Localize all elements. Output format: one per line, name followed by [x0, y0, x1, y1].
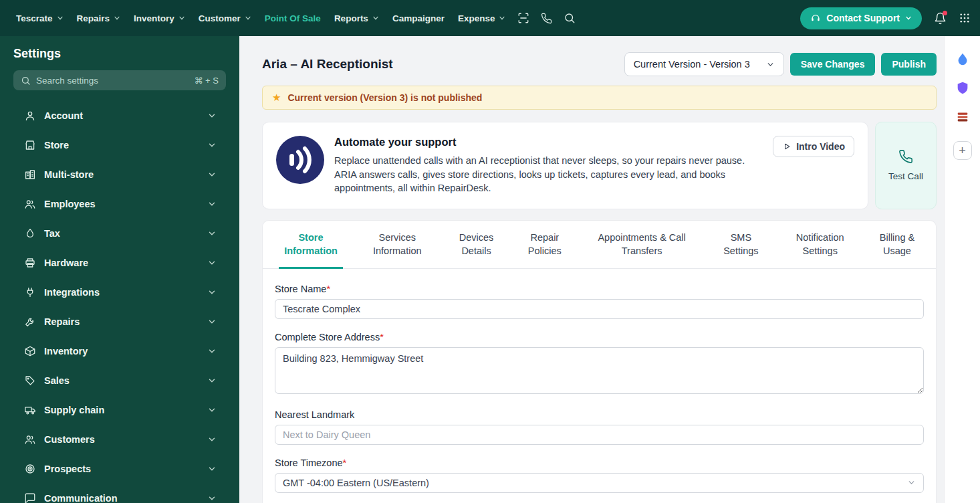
- settings-search-box[interactable]: ⌘ + S: [13, 70, 226, 90]
- sidebar-item-sales[interactable]: Sales: [0, 366, 239, 395]
- version-dropdown-value: Current Version - Version 3: [634, 59, 750, 70]
- communication-icon: [24, 492, 36, 503]
- employees-icon: [24, 198, 36, 210]
- test-call-button[interactable]: Test Call: [875, 122, 937, 209]
- test-call-phone-icon: [898, 149, 913, 164]
- nav-item-campaigner[interactable]: Campaigner: [386, 0, 451, 36]
- store-timezone-label: Store Timezone*: [275, 458, 924, 468]
- red-bars-extension-icon[interactable]: [955, 110, 970, 124]
- apps-grid-button[interactable]: [959, 12, 971, 24]
- add-button[interactable]: +: [953, 141, 972, 160]
- prospects-icon: [24, 463, 36, 475]
- browser-extension-strip: +: [944, 36, 980, 503]
- caret-down-icon: [245, 15, 251, 21]
- nav-item-label: Expense: [458, 13, 495, 23]
- sidebar-item-prospects[interactable]: Prospects: [0, 454, 239, 484]
- sidebar-item-label: Customers: [44, 434, 95, 445]
- sidebar-item-integrations[interactable]: Integrations: [0, 278, 239, 307]
- sidebar-item-communication[interactable]: Communication: [0, 484, 239, 503]
- blue-drop-extension-icon[interactable]: [955, 52, 970, 67]
- sidebar-item-employees[interactable]: Employees: [0, 189, 239, 219]
- sidebar-item-multi-store[interactable]: Multi-store: [0, 160, 239, 189]
- nav-item-label: Customer: [199, 13, 241, 23]
- intro-video-label: Intro Video: [796, 141, 845, 152]
- tab-store-information[interactable]: Store Information: [279, 221, 343, 269]
- publish-button[interactable]: Publish: [881, 53, 937, 76]
- settings-sidebar: Settings ⌘ + S Account Store Multi-store…: [0, 36, 239, 503]
- page-title: Aria – AI Receptionist: [262, 57, 393, 72]
- version-dropdown[interactable]: Current Version - Version 3: [624, 52, 784, 76]
- sidebar-item-label: Tax: [44, 228, 60, 239]
- intro-video-button[interactable]: Intro Video: [773, 136, 854, 157]
- settings-search-input[interactable]: [36, 76, 189, 86]
- tab-repair-policies[interactable]: Repair Policies: [522, 221, 568, 269]
- inventory-icon: [24, 345, 36, 357]
- caret-down-icon: [178, 15, 185, 21]
- sidebar-item-label: Account: [44, 110, 83, 121]
- tab-devices-details[interactable]: Devices Details: [452, 221, 501, 269]
- purple-shield-extension-icon[interactable]: [955, 81, 970, 96]
- sidebar-item-label: Hardware: [44, 258, 88, 268]
- search-shortcut: ⌘ + S: [195, 76, 219, 86]
- store-name-label: Store Name*: [275, 284, 924, 294]
- nav-item-point-of-sale[interactable]: Point Of Sale: [258, 0, 328, 36]
- sidebar-item-account[interactable]: Account: [0, 101, 239, 130]
- barcode-scan-button[interactable]: [517, 12, 529, 24]
- nav-item-customer[interactable]: Customer: [192, 0, 258, 36]
- nav-item-expense[interactable]: Expense: [451, 0, 513, 36]
- search-icon: [21, 76, 31, 86]
- tax-icon: [24, 227, 36, 239]
- chevron-down-icon: [207, 464, 217, 474]
- store-timezone-value: GMT -04:00 Eastern (US/Eastern): [283, 478, 429, 488]
- save-changes-button[interactable]: Save Changes: [790, 53, 876, 76]
- nav-item-label: Point Of Sale: [265, 13, 321, 23]
- nav-item-tescrate[interactable]: Tescrate: [9, 0, 70, 36]
- settings-panel: Store Information Services Information D…: [262, 220, 937, 503]
- nav-item-inventory[interactable]: Inventory: [127, 0, 192, 36]
- sidebar-item-inventory[interactable]: Inventory: [0, 336, 239, 366]
- tab-notification-settings[interactable]: Notification Settings: [787, 221, 854, 269]
- caret-down-icon: [57, 15, 64, 21]
- store-information-form: Store Name* Complete Store Address* Buil…: [263, 269, 936, 503]
- notifications-button[interactable]: [934, 12, 947, 25]
- tab-sms-settings[interactable]: SMS Settings: [716, 221, 765, 269]
- sidebar-item-hardware[interactable]: Hardware: [0, 248, 239, 278]
- automate-support-card: Automate your support Replace unattended…: [262, 122, 868, 209]
- store-name-input[interactable]: [275, 299, 924, 319]
- required-mark: *: [326, 284, 330, 294]
- caret-down-icon: [114, 15, 120, 21]
- sidebar-item-label: Inventory: [44, 346, 88, 357]
- repairs-icon: [24, 316, 36, 328]
- chevron-down-icon: [207, 258, 217, 268]
- contact-support-button[interactable]: Contact Support: [800, 7, 922, 29]
- store-timezone-select[interactable]: GMT -04:00 Eastern (US/Eastern): [275, 473, 924, 493]
- store-icon: [24, 139, 36, 151]
- sidebar-item-customers[interactable]: Customers: [0, 425, 239, 454]
- supply-chain-icon: [24, 404, 36, 416]
- tab-billing-usage[interactable]: Billing & Usage: [874, 221, 920, 269]
- chevron-down-icon: [766, 60, 775, 69]
- tab-appointments-call-transfers[interactable]: Appointments & Call Transfers: [588, 221, 695, 269]
- nav-item-repairs[interactable]: Repairs: [70, 0, 128, 36]
- promo-title: Automate your support: [334, 136, 763, 148]
- sales-icon: [24, 375, 36, 387]
- nav-item-label: Inventory: [134, 13, 174, 23]
- phone-icon: [541, 13, 552, 24]
- sidebar-item-label: Multi-store: [44, 169, 94, 180]
- required-mark: *: [343, 458, 347, 468]
- phone-button[interactable]: [541, 13, 552, 24]
- store-address-label: Complete Store Address*: [275, 332, 924, 342]
- account-icon: [24, 110, 36, 122]
- warning-text: Current version (Version 3) is not publi…: [287, 92, 482, 103]
- sidebar-item-tax[interactable]: Tax: [0, 219, 239, 248]
- sidebar-item-supply-chain[interactable]: Supply chain: [0, 395, 239, 425]
- nav-item-reports[interactable]: Reports: [328, 0, 386, 36]
- nav-item-label: Tescrate: [16, 13, 53, 23]
- store-address-textarea[interactable]: Building 823, Hemmigway Street: [275, 347, 924, 394]
- sidebar-item-repairs[interactable]: Repairs: [0, 307, 239, 336]
- nearest-landmark-label: Nearest Landmark: [275, 409, 924, 420]
- sidebar-item-store[interactable]: Store: [0, 130, 239, 160]
- search-button[interactable]: [564, 12, 576, 24]
- tab-services-information[interactable]: Services Information: [364, 221, 431, 269]
- nearest-landmark-input[interactable]: [275, 425, 924, 445]
